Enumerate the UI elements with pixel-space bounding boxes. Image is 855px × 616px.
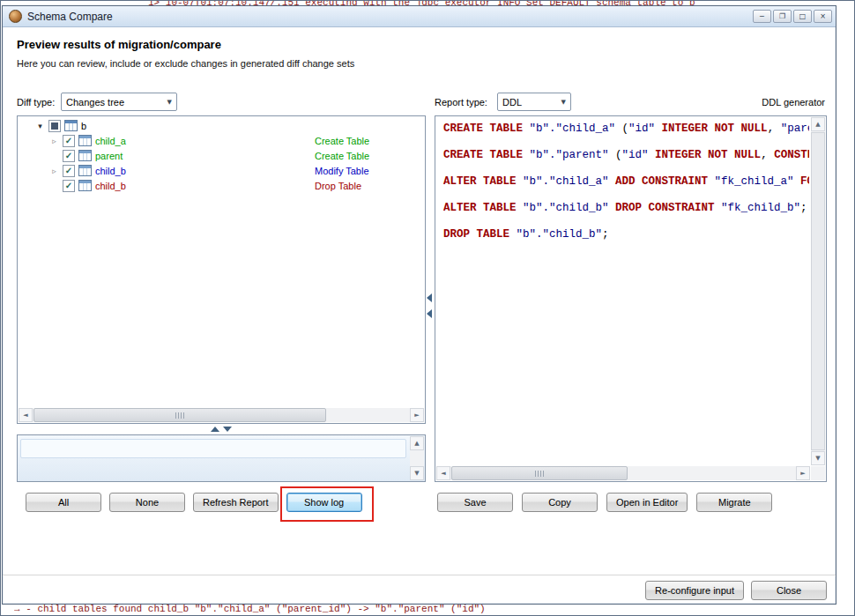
row-checkbox[interactable]: ✓: [63, 180, 75, 192]
page-subtitle: Here you can review, include or exclude …: [17, 58, 354, 69]
scroll-down-icon[interactable]: ▼: [410, 466, 424, 480]
row-checkbox[interactable]: ✓: [63, 135, 75, 147]
node-label: child_a: [95, 136, 126, 146]
diff-tree[interactable]: ▾b▹✓child_aCreate Table✓parentCreate Tab…: [19, 118, 424, 407]
collapse-left-icon[interactable]: [427, 293, 432, 302]
tree-row[interactable]: ✓child_bDrop Table: [19, 178, 424, 193]
scrollbar-thumb[interactable]: [811, 132, 825, 450]
scroll-up-icon[interactable]: ▲: [410, 436, 424, 450]
ddl-generator-label: DDL generator: [762, 97, 825, 108]
change-action-label: Create Table: [315, 151, 369, 161]
row-checkbox[interactable]: [48, 120, 61, 132]
refresh-report-button[interactable]: Refresh Report: [193, 493, 279, 512]
message-vertical-scrollbar[interactable]: ▲ ▼: [410, 436, 424, 480]
tree-message-sash[interactable]: [17, 425, 426, 434]
open-in-editor-button[interactable]: Open in Editor: [606, 493, 688, 512]
node-label: child_b: [95, 181, 126, 191]
change-action-label: Create Table: [315, 136, 369, 146]
tree-row[interactable]: ▹✓child_aCreate Table: [19, 133, 424, 148]
footer-button-bar: Re-configure inputClose: [645, 581, 827, 600]
scroll-right-icon[interactable]: ►: [410, 408, 424, 422]
migrate-button[interactable]: Migrate: [696, 493, 772, 512]
maximize-button[interactable]: □: [793, 10, 812, 23]
collapse-up-icon[interactable]: [211, 427, 219, 432]
diff-type-label: Diff type:: [17, 97, 55, 108]
ddl-horizontal-scrollbar[interactable]: ◄ ►: [436, 466, 810, 480]
message-panel: ▲ ▼: [17, 434, 426, 482]
change-action-label: Modify Table: [315, 166, 369, 176]
message-area[interactable]: [20, 439, 406, 458]
tree-row[interactable]: ▾b: [19, 118, 424, 133]
scroll-left-icon[interactable]: ◄: [19, 408, 33, 422]
sql-statement: CREATE TABLE "b"."child_a" ("id" INTEGER…: [443, 122, 809, 136]
show-log-button[interactable]: Show log: [286, 493, 362, 512]
row-checkbox[interactable]: ✓: [63, 150, 75, 162]
tree-row[interactable]: ▹✓child_bModify Table: [19, 163, 424, 178]
right-button-bar: SaveCopyOpen in EditorMigrate: [437, 493, 772, 512]
chevron-down-icon: ▼: [561, 99, 566, 106]
scrollbar-thumb[interactable]: [451, 466, 628, 480]
scroll-down-icon[interactable]: ▼: [811, 451, 825, 465]
table-icon: [78, 135, 92, 146]
none-button[interactable]: None: [109, 493, 185, 512]
ddl-vertical-scrollbar[interactable]: ▲ ▼: [811, 117, 825, 465]
scrollbar-corner: [811, 466, 825, 480]
close-button[interactable]: Close: [751, 581, 827, 600]
report-type-select[interactable]: DDL ▼: [497, 93, 571, 111]
background-console-bottom: → - child tables found child_b "b"."chil…: [14, 605, 834, 615]
report-type-label: Report type:: [435, 97, 487, 108]
app-icon: [9, 10, 22, 23]
node-label: parent: [95, 151, 123, 161]
reconfigure-input-button[interactable]: Re-configure input: [645, 581, 744, 600]
table-icon: [78, 165, 92, 176]
copy-button[interactable]: Copy: [522, 493, 598, 512]
sql-statement: ALTER TABLE "b"."child_a" ADD CONSTRAINT…: [443, 175, 809, 189]
page-title: Preview results of migration/compare: [17, 38, 221, 51]
chevron-down-icon: ▼: [167, 99, 172, 106]
tree-expander-icon[interactable]: ▹: [48, 167, 60, 175]
save-button[interactable]: Save: [437, 493, 513, 512]
panel-collapse-sash[interactable]: [427, 292, 435, 322]
scroll-up-icon[interactable]: ▲: [811, 117, 825, 131]
tree-horizontal-scrollbar[interactable]: ◄ ►: [19, 408, 424, 422]
sql-statement: ALTER TABLE "b"."child_b" DROP CONSTRAIN…: [443, 202, 809, 215]
table-icon: [78, 150, 92, 161]
footer-separator: [3, 575, 836, 575]
row-checkbox[interactable]: ✓: [63, 165, 75, 177]
diff-type-select[interactable]: Changes tree ▼: [61, 93, 177, 111]
collapse-down-icon[interactable]: [223, 427, 232, 432]
titlebar[interactable]: Schema Compare ─❐□×: [3, 6, 836, 27]
left-button-bar: AllNoneRefresh ReportShow log: [26, 493, 362, 512]
minimize-button[interactable]: ─: [753, 10, 771, 23]
diff-type-value: Changes tree: [66, 97, 124, 108]
sql-statement: CREATE TABLE "b"."parent" ("id" INTEGER …: [443, 149, 809, 162]
scroll-left-icon[interactable]: ◄: [436, 466, 450, 480]
window-controls: ─❐□×: [753, 10, 832, 23]
scrollbar-thumb[interactable]: [33, 408, 326, 422]
change-action-label: Drop Table: [315, 181, 361, 191]
window-title: Schema Compare: [27, 11, 113, 23]
tree-row[interactable]: ✓parentCreate Table: [19, 148, 424, 163]
tree-expander-icon[interactable]: ▹: [48, 137, 60, 145]
all-button[interactable]: All: [26, 493, 101, 512]
report-type-value: DDL: [502, 97, 522, 108]
diff-tree-panel: ▾b▹✓child_aCreate Table✓parentCreate Tab…: [17, 115, 426, 424]
close-button[interactable]: ×: [814, 10, 832, 23]
schema-icon: [64, 120, 78, 131]
node-label: b: [81, 121, 86, 131]
sql-statement: DROP TABLE "b"."child_b";: [443, 228, 809, 241]
node-label: child_b: [95, 166, 126, 176]
tree-expander-icon[interactable]: ▾: [34, 122, 46, 130]
collapse-left-icon[interactable]: [427, 309, 432, 318]
schema-compare-dialog: Schema Compare ─❐□× Preview results of m…: [2, 5, 836, 605]
ddl-panel: CREATE TABLE "b"."child_a" ("id" INTEGER…: [435, 115, 827, 482]
screen: { "window": { "title": "Schema Compare",…: [0, 0, 855, 616]
scroll-right-icon[interactable]: ►: [796, 466, 810, 480]
ddl-text[interactable]: CREATE TABLE "b"."child_a" ("id" INTEGER…: [443, 122, 809, 464]
table-icon: [78, 180, 92, 191]
restore-button[interactable]: ❐: [773, 10, 792, 23]
